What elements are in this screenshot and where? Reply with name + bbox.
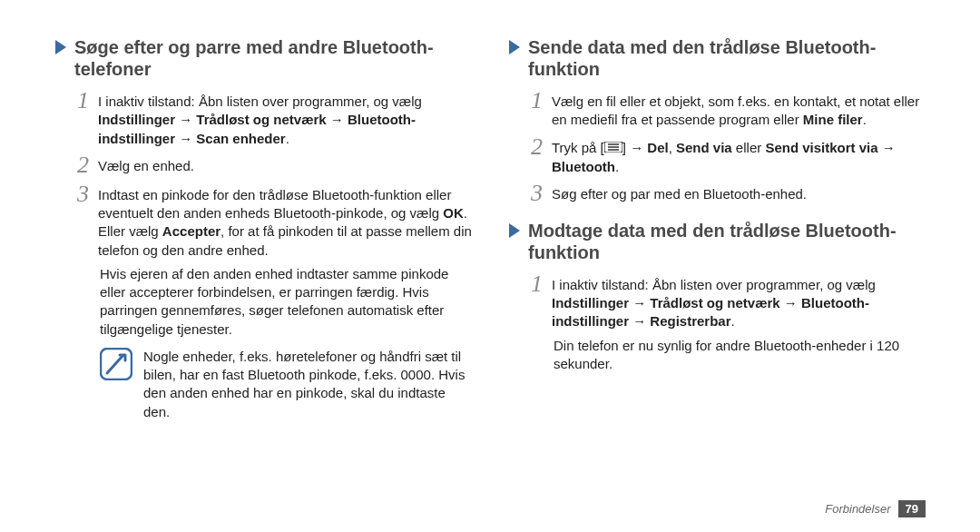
send-step-2: 2 Tryk på [] → Del, Send via eller Send … [526,135,926,176]
step-3: 3 Indtast en pinkode for den trådløse Bl… [73,182,472,260]
step-number: 3 [526,182,543,205]
note-text: Nogle enheder, f.eks. høretelefoner og h… [143,348,472,421]
step-body: I inaktiv tilstand: Åbn listen over prog… [552,272,926,331]
send-step-1: 1 Vælg en fil eller et objekt, som f.eks… [526,89,926,130]
heading-text: Søge efter og parre med andre Bluetooth-… [74,36,472,80]
step-number: 2 [73,153,89,177]
step-body: Vælg en fil eller et objekt, som f.eks. … [552,89,926,130]
step-number: 1 [73,89,89,113]
step-body: Tryk på [] → Del, Send via eller Send vi… [552,135,926,176]
step-number: 1 [526,89,543,113]
visibility-text: Din telefon er nu synlig for andre Bluet… [554,337,926,374]
step-body: Indtast en pinkode for den trådløse Blue… [98,182,472,260]
heading-search-pair: Søge efter og parre med andre Bluetooth-… [54,36,472,80]
page-footer: Forbindelser 79 [825,500,926,517]
step-body: Søg efter og par med en Bluetooth-enhed. [552,182,807,203]
chevron-right-icon [508,40,521,58]
step-body: Vælg en enhed. [98,153,194,175]
heading-receive-data: Modtage data med den trådløse Bluetooth-… [508,220,926,263]
send-step-3: 3 Søg efter og par med en Bluetooth-enhe… [526,182,926,205]
left-column: Søge efter og parre med andre Bluetooth-… [54,36,472,421]
step-1: 1 I inaktiv tilstand: Åbn listen over pr… [73,89,472,148]
footer-section-label: Forbindelser [825,502,890,516]
receive-step-1: 1 I inaktiv tilstand: Åbn listen over pr… [526,272,926,331]
heading-text: Modtage data med den trådløse Bluetooth-… [528,220,926,263]
chevron-right-icon [54,40,67,58]
step-number: 2 [526,135,543,159]
right-column: Sende data med den trådløse Bluetooth-fu… [508,36,926,421]
heading-send-data: Sende data med den trådløse Bluetooth-fu… [508,36,926,80]
heading-text: Sende data med den trådløse Bluetooth-fu… [528,36,926,80]
note-icon [100,348,132,384]
pairing-result-text: Hvis ejeren af den anden enhed indtaster… [100,265,472,339]
footer-page-number: 79 [898,500,926,517]
menu-key-icon [604,139,622,157]
chevron-right-icon [508,223,521,241]
step-body: I inaktiv tilstand: Åbn listen over prog… [98,89,472,148]
step-2: 2 Vælg en enhed. [73,153,472,177]
note-block: Nogle enheder, f.eks. høretelefoner og h… [100,348,472,421]
step-number: 3 [73,182,89,206]
step-number: 1 [526,272,543,296]
